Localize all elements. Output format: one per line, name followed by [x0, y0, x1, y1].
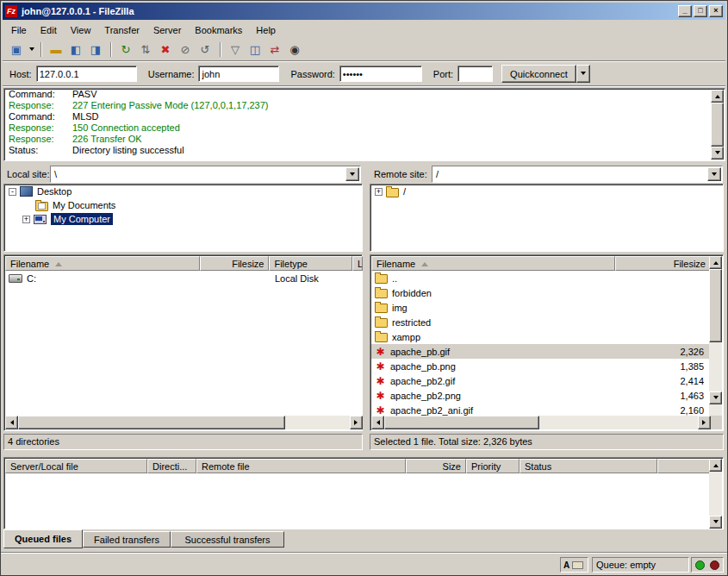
queue-column-server-local-file[interactable]: Server/Local file — [5, 459, 147, 473]
combo-dropdown-button[interactable] — [345, 167, 359, 181]
log-text: PASV — [72, 89, 97, 100]
column-header-filename[interactable]: Filename — [5, 256, 200, 271]
column-header-lastmodified[interactable]: L — [352, 256, 363, 271]
menu-transfer[interactable]: Transfer — [97, 23, 146, 37]
remote-file-row-selected[interactable]: ✱apache_pb.gif 2,326 — [371, 344, 711, 359]
menu-help[interactable]: Help — [249, 23, 283, 37]
close-button[interactable]: × — [709, 5, 723, 17]
minimize-button[interactable]: _ — [678, 5, 692, 17]
remote-file-row[interactable]: restricted — [371, 315, 711, 329]
connection-indicator-panel — [691, 557, 724, 573]
sync-browse-button[interactable]: ⇄ — [265, 41, 284, 59]
menu-server[interactable]: Server — [146, 23, 188, 37]
username-input[interactable] — [198, 66, 279, 82]
remote-vscrollbar[interactable] — [709, 256, 722, 417]
menu-file[interactable]: File — [4, 23, 34, 37]
column-label: Remote file — [202, 461, 250, 472]
remote-site-combo[interactable]: / — [432, 166, 723, 183]
app-logo-icon: Fz — [5, 5, 17, 17]
scrollbar-thumb[interactable] — [711, 103, 724, 147]
remote-file-row[interactable]: forbidden — [371, 285, 711, 300]
combo-dropdown-button[interactable] — [707, 167, 721, 181]
menu-bookmarks[interactable]: Bookmarks — [188, 23, 249, 37]
queue-column-remote-file[interactable]: Remote file — [196, 459, 406, 473]
compare-button[interactable]: ◫ — [246, 41, 264, 59]
scroll-down-button[interactable] — [711, 147, 724, 160]
window-title: john@127.0.0.1 - FileZilla — [22, 6, 678, 16]
scrollbar-thumb[interactable] — [709, 269, 722, 342]
maximize-button[interactable]: □ — [694, 5, 707, 17]
queue-column-status[interactable]: Status — [520, 459, 657, 473]
queue-column-size[interactable]: Size — [406, 459, 466, 473]
reconnect-button[interactable]: ↺ — [196, 41, 215, 59]
filter-button[interactable]: ▽ — [226, 41, 245, 59]
column-header-filetype[interactable]: Filetype — [269, 256, 352, 271]
expand-icon[interactable] — [22, 216, 30, 223]
tree-item-desktop[interactable]: Desktop — [4, 185, 362, 198]
scroll-up-button[interactable] — [709, 459, 722, 472]
remote-file-row[interactable]: ✱apache_pb2.gif 2,414 — [371, 373, 711, 388]
disconnect-button[interactable]: ⊘ — [176, 41, 195, 59]
file-size: 1,463 — [615, 391, 711, 401]
log-scrollbar[interactable] — [711, 90, 724, 160]
column-header-filesize[interactable]: Filesize — [615, 256, 711, 271]
menu-edit[interactable]: Edit — [34, 23, 64, 37]
scroll-left-button[interactable] — [5, 416, 18, 429]
tree-item-root[interactable]: / — [370, 185, 723, 198]
tree-item-my-documents[interactable]: My Documents — [4, 198, 362, 212]
scroll-up-button[interactable] — [711, 90, 724, 103]
queue-column-priority[interactable]: Priority — [466, 459, 520, 473]
remote-file-row[interactable]: xampp — [371, 329, 711, 344]
port-input[interactable] — [457, 66, 493, 82]
remote-file-row[interactable]: ✱apache_pb2.png 1,463 — [371, 388, 711, 403]
toggle-local-tree-button[interactable]: ◧ — [66, 41, 85, 59]
scrollbar-thumb[interactable] — [384, 416, 539, 429]
remote-file-row[interactable]: .. — [371, 271, 711, 285]
tab-queued-files[interactable]: Queued files — [3, 529, 83, 548]
site-manager-button[interactable]: ▣ — [7, 41, 26, 59]
toggle-remote-tree-button[interactable]: ◨ — [86, 41, 105, 59]
quickconnect-dropdown[interactable] — [576, 65, 590, 83]
expand-icon[interactable] — [375, 188, 383, 196]
scroll-right-button[interactable] — [698, 416, 711, 429]
file-size: 2,414 — [615, 376, 711, 386]
cancel-button[interactable]: ✖ — [156, 41, 175, 59]
site-manager-dropdown[interactable] — [27, 41, 36, 59]
remote-file-row[interactable]: img — [371, 300, 711, 315]
tree-item-my-computer[interactable]: My Computer — [4, 212, 362, 226]
column-label: Priority — [471, 461, 501, 472]
remote-hscrollbar[interactable] — [371, 416, 711, 429]
password-input[interactable] — [339, 66, 422, 82]
tab-successful-transfers[interactable]: Successful transfers — [171, 531, 284, 548]
scroll-down-button[interactable] — [709, 391, 722, 404]
scroll-left-button[interactable] — [371, 416, 384, 429]
scroll-right-button[interactable] — [350, 416, 363, 429]
tab-failed-transfers[interactable]: Failed transfers — [83, 531, 171, 548]
find-button[interactable]: ◉ — [285, 41, 304, 59]
process-queue-button[interactable]: ⇅ — [136, 41, 155, 59]
host-input[interactable] — [36, 66, 137, 82]
refresh-button[interactable]: ↻ — [116, 41, 135, 59]
quickconnect-button[interactable]: Quickconnect — [501, 65, 576, 83]
transfer-type-indicator[interactable]: A — [560, 557, 588, 573]
toggle-log-button[interactable]: ▬ — [47, 41, 65, 59]
log-label: Response: — [9, 122, 72, 134]
local-file-row[interactable]: C: Local Disk — [5, 271, 363, 285]
local-site-combo[interactable]: \ — [50, 166, 361, 183]
drive-icon — [9, 274, 22, 283]
scrollbar-thumb[interactable] — [18, 416, 285, 429]
column-header-filename[interactable]: Filename — [371, 256, 615, 271]
column-header-filesize[interactable]: Filesize — [200, 256, 270, 271]
menu-view[interactable]: View — [64, 23, 98, 37]
scroll-up-button[interactable] — [709, 256, 722, 269]
tree-item-label: My Computer — [51, 213, 113, 225]
collapse-icon[interactable] — [9, 188, 16, 196]
scroll-down-button[interactable] — [709, 516, 722, 529]
host-label: Host: — [9, 69, 32, 79]
remote-file-row[interactable]: ✱apache_pb.png 1,385 — [371, 359, 711, 373]
titlebar[interactable]: Fz john@127.0.0.1 - FileZilla _ □ × — [3, 3, 725, 20]
queue-vscrollbar[interactable] — [709, 459, 722, 529]
queue-column-direction[interactable]: Directi... — [147, 459, 196, 473]
local-hscrollbar[interactable] — [5, 416, 363, 429]
toggle-log-icon: ▬ — [51, 43, 62, 56]
